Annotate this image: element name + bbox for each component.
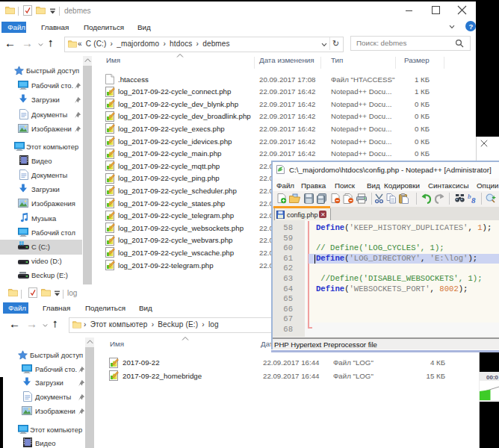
svg-text:00:0: 00:0: [486, 374, 499, 381]
svg-text:8: 8: [471, 196, 476, 204]
